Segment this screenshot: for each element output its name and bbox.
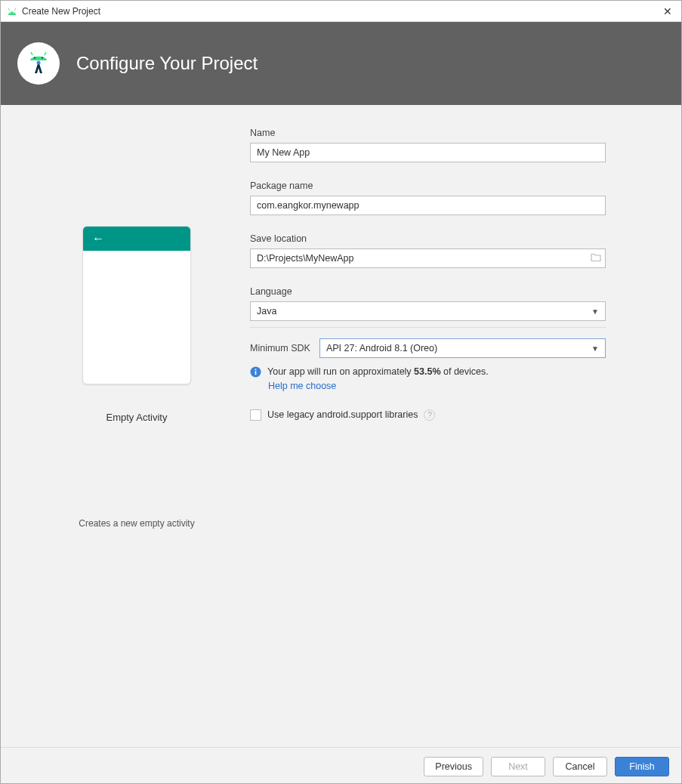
separator [250,327,606,328]
phone-preview: ← [82,226,191,384]
chevron-down-icon: ▼ [591,307,599,316]
svg-point-6 [34,57,35,58]
template-preview-column: ← Empty Activity Creates a new empty act… [23,128,250,724]
min-sdk-select[interactable]: API 27: Android 8.1 (Oreo) ▼ [319,338,606,358]
location-input[interactable] [250,248,606,268]
name-label: Name [250,128,606,138]
location-group: Save location [250,233,606,268]
svg-line-1 [15,8,16,10]
page-title: Configure Your Project [76,53,258,74]
location-label: Save location [250,233,606,244]
legacy-checkbox[interactable] [250,409,261,421]
help-me-choose-link[interactable]: Help me choose [268,381,606,391]
svg-point-2 [10,12,11,13]
min-sdk-value: API 27: Android 8.1 (Oreo) [326,343,437,353]
main-content: ← Empty Activity Creates a new empty act… [1,105,681,747]
svg-point-7 [42,57,43,58]
min-sdk-row: Minimum SDK API 27: Android 8.1 (Oreo) ▼ [250,338,606,358]
package-label: Package name [250,181,606,191]
next-button: Next [491,757,545,776]
name-group: Name [250,128,606,162]
android-studio-icon [26,51,51,76]
package-group: Package name [250,181,606,215]
svg-point-3 [13,12,14,13]
chevron-down-icon: ▼ [591,344,599,353]
language-label: Language [250,286,606,297]
window-title-bar: Create New Project ✕ [1,1,681,22]
previous-button[interactable]: Previous [424,757,483,776]
header-band: Configure Your Project [1,22,681,105]
svg-line-0 [8,8,9,10]
help-icon[interactable]: ? [424,409,435,421]
footer-button-bar: Previous Next Cancel Finish [1,747,681,784]
window-title: Create New Project [22,6,660,17]
svg-line-5 [45,52,46,55]
svg-line-4 [31,52,32,55]
language-select[interactable]: Java ▼ [250,301,606,321]
svg-point-8 [37,61,41,65]
legacy-checkbox-row: Use legacy android.support libraries ? [250,409,606,421]
sdk-info-block: Your app will run on approximately 53.5%… [250,366,606,379]
android-icon [7,8,17,15]
language-value: Java [257,306,276,316]
svg-point-11 [255,369,257,370]
language-group: Language Java ▼ [250,286,606,321]
name-input[interactable] [250,143,606,162]
min-sdk-label: Minimum SDK [250,343,310,353]
sdk-info-text: Your app will run on approximately 53.5%… [267,366,489,379]
svg-rect-10 [255,371,257,375]
package-input[interactable] [250,196,606,215]
info-icon [250,366,261,378]
finish-button[interactable]: Finish [615,757,669,776]
phone-topbar: ← [83,227,190,251]
template-description: Creates a new empty activity [79,518,194,529]
cancel-button[interactable]: Cancel [553,757,607,776]
template-name: Empty Activity [106,412,168,423]
form-column: Name Package name Save location Language… [250,128,659,724]
folder-browse-icon[interactable] [591,253,601,264]
studio-logo-circle [17,42,60,85]
back-arrow-icon: ← [92,232,104,245]
close-button[interactable]: ✕ [660,5,675,17]
legacy-checkbox-label: Use legacy android.support libraries [267,409,418,420]
